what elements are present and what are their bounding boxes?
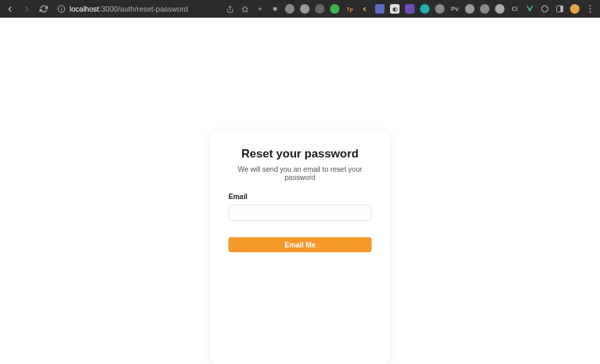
page-content: Reset your password We will send you an … [0, 18, 600, 364]
extension-icon[interactable] [315, 4, 325, 14]
extension-icon[interactable] [480, 4, 490, 14]
card-title: Reset your password [228, 147, 372, 161]
extension-icon[interactable] [435, 4, 445, 14]
forward-button[interactable] [22, 5, 31, 14]
extensions-icon[interactable] [540, 4, 550, 14]
extension-icon[interactable]: € [360, 4, 370, 14]
url-host: localhost [70, 5, 99, 13]
extension-icon[interactable] [375, 4, 385, 14]
url-text: localhost:3000/auth/reset-password [70, 5, 188, 13]
extension-icon[interactable]: Tp [345, 4, 355, 14]
extension-icon[interactable] [495, 4, 505, 14]
browser-toolbar: localhost:3000/auth/reset-password ✦ ✱ T… [0, 0, 600, 18]
extension-icon[interactable] [420, 4, 430, 14]
extension-icon[interactable]: Ci [510, 4, 520, 14]
extension-icon[interactable]: ✦ [255, 4, 265, 14]
reset-password-card: Reset your password We will send you an … [211, 131, 389, 364]
svg-rect-2 [560, 6, 563, 12]
extension-icon[interactable]: ✱ [270, 4, 280, 14]
extension-icon[interactable]: Pv [450, 4, 460, 14]
svg-point-4 [589, 8, 590, 10]
card-subtitle: We will send you an email to reset your … [228, 165, 372, 181]
share-icon[interactable] [225, 4, 235, 14]
svg-point-5 [589, 11, 590, 12]
site-info-icon[interactable] [57, 5, 65, 13]
star-icon[interactable] [240, 4, 250, 14]
reload-button[interactable] [40, 5, 48, 13]
email-label: Email [228, 192, 372, 200]
menu-icon[interactable] [585, 4, 595, 14]
nav-controls [5, 5, 48, 14]
extension-icon[interactable]: ◐ [390, 4, 400, 14]
profile-avatar[interactable] [570, 4, 580, 14]
extension-icon[interactable] [300, 4, 310, 14]
email-field[interactable] [228, 204, 372, 221]
extension-icon[interactable] [465, 4, 475, 14]
toolbar-right: ✦ ✱ Tp € ◐ Pv Ci [225, 4, 595, 14]
side-panel-icon[interactable] [555, 4, 565, 14]
extension-icon[interactable] [405, 4, 415, 14]
extension-icon[interactable] [285, 4, 295, 14]
extension-icon[interactable] [330, 4, 340, 14]
extension-icon[interactable] [525, 4, 535, 14]
url-path: /auth/reset-password [118, 5, 188, 13]
back-button[interactable] [5, 5, 14, 14]
svg-point-3 [589, 5, 590, 6]
url-port: :3000 [99, 5, 118, 13]
address-bar[interactable]: localhost:3000/auth/reset-password [57, 5, 218, 13]
submit-button[interactable]: Email Me [228, 237, 372, 252]
